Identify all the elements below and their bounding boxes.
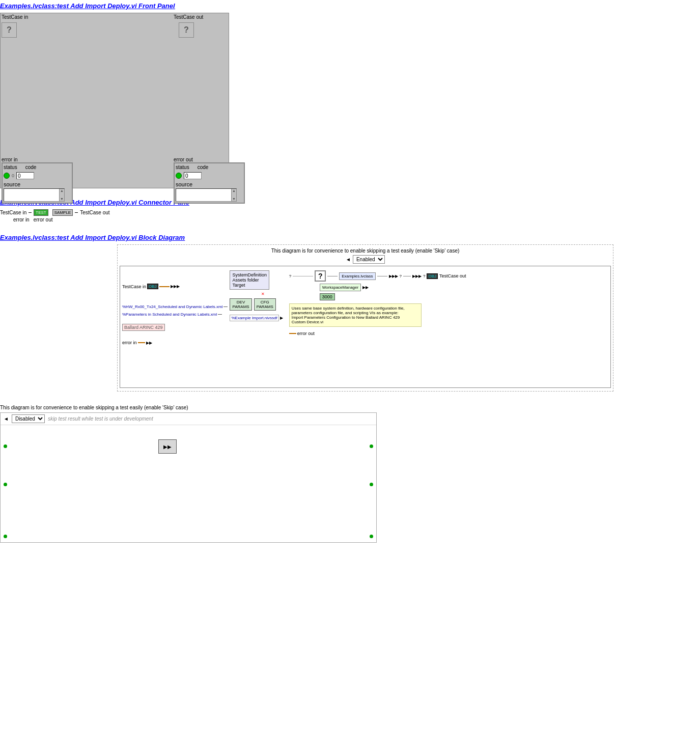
error-in-source-field: source ▲ ▼ xyxy=(3,180,72,203)
source-out-label: source xyxy=(176,181,243,187)
cp-testcase-in-label: TestCase in xyxy=(0,210,26,215)
block-diagram-title: Examples.lvclass:test Add Import Deploy.… xyxy=(0,234,700,241)
dev-params-sub: PARAMS xyxy=(232,304,249,309)
bd-testcase-out-label: TestCase out xyxy=(439,273,466,278)
ballard-label: Ballard ARINC 429 xyxy=(122,324,165,331)
error-out-code-field[interactable]: 0 xyxy=(184,172,202,179)
expanded-section: This diagram is for convenience to enabl… xyxy=(0,402,700,546)
testcase-out-icon: ? xyxy=(179,22,194,38)
front-panel-section: Examples.lvclass:test Add Import Deploy.… xyxy=(0,0,700,193)
exp-wire-v-left xyxy=(4,445,4,532)
block-diagram-link[interactable]: Examples.lvclass:test Add Import Deploy.… xyxy=(0,234,185,241)
bd-top-note: This diagram is for convenience to enabl… xyxy=(120,248,611,254)
question-mark-out: ? xyxy=(184,25,189,35)
front-panel-canvas: TestCase in TestCase out ? ? error in er… xyxy=(0,13,229,188)
wire-q2 xyxy=(327,276,338,276)
arrows-3: ▶▶▶ xyxy=(412,274,422,278)
connector-testcase-row: TestCase in TEST SAMPLE TestCase out xyxy=(0,209,700,216)
exp-wire-top-h xyxy=(1,445,376,447)
connector-pane-title: Examples.lvclass:test Add Import Deploy.… xyxy=(0,199,700,206)
bd-right-nodes: ? ? Examples.lvclass ▶▶▶ ? ▶▶▶ ? xyxy=(289,270,466,336)
exp-center-node: ▶▶ xyxy=(158,439,177,454)
error-in-label: error in xyxy=(2,157,18,162)
scroll-down-out[interactable]: ▼ xyxy=(232,197,236,201)
bd-error-out-row: error out xyxy=(289,331,466,336)
cfg-params-block: CFG PARAMS xyxy=(254,298,276,311)
comment-text: Uses same base system definition, hardwa… xyxy=(292,306,419,324)
front-panel-title: Examples.lvclass:test Add Import Deploy.… xyxy=(0,2,700,10)
cp-testcase-out-label: TestCase out xyxy=(80,210,109,215)
connector-pane-content: TestCase in TEST SAMPLE TestCase out err… xyxy=(0,209,700,222)
bd-outer: This diagram is for convenience to enabl… xyxy=(117,244,613,392)
exp-wire-v-right xyxy=(373,445,373,532)
wire-after-examples xyxy=(377,276,387,276)
cp-error-out-label: error out xyxy=(34,217,53,222)
status-col-label: status xyxy=(4,164,17,170)
exp-arrow-left: ◄ xyxy=(4,416,9,422)
workspace-mgr-node: WorkspaceManager xyxy=(320,284,361,291)
dev-params-label: DEV xyxy=(232,300,249,304)
green-dot-left-mid xyxy=(4,483,7,486)
error-in-num-prefix: 0 xyxy=(12,173,14,178)
question-mark-in: ? xyxy=(7,25,12,35)
wire-row-1: ✕ xyxy=(230,292,265,296)
error-in-arrows: ▶▶ xyxy=(146,341,152,345)
bd-enabled-row: ◄ Enabled xyxy=(120,255,611,264)
green-dot-left xyxy=(4,444,7,448)
error-in-scrollbar[interactable]: ▲ ▼ xyxy=(59,189,64,201)
error-in-header: status code xyxy=(3,163,72,171)
bd-enabled-arrow: ◄ xyxy=(346,257,351,262)
target-label: Target xyxy=(232,283,267,288)
dev-cfg-row: DEV PARAMS CFG PARAMS xyxy=(230,298,275,311)
connector-pane-section: Examples.lvclass:test Add Import Deploy.… xyxy=(0,193,700,229)
scroll-up-arrow[interactable]: ▲ xyxy=(60,189,64,193)
code-col-label: code xyxy=(25,164,37,170)
front-panel-link[interactable]: Examples.lvclass:test Add Import Deploy.… xyxy=(0,2,175,10)
error-out-header: status code xyxy=(175,163,244,171)
bd-obj-badge-in: OBJ xyxy=(147,284,158,289)
block-diagram-section: Examples.lvclass:test Add Import Deploy.… xyxy=(0,229,700,551)
params-label: %Parameters in Scheduled and Dynamic Lab… xyxy=(122,312,217,317)
error-in-wire xyxy=(138,342,145,343)
testcase-in-label: TestCase in xyxy=(2,14,28,20)
cp-error-in-label: error in xyxy=(13,217,30,222)
scroll-up-out[interactable]: ▲ xyxy=(232,189,236,193)
wire-testcase xyxy=(159,286,170,287)
ballard-label-row: Ballard ARINC 429 xyxy=(122,324,165,331)
cp-line1 xyxy=(29,212,32,213)
bd-left-inputs: TestCase in OBJ ▶▶▶ %HW_Rx00_Tx24_Schedu… xyxy=(122,284,228,345)
bd-enabled-select[interactable]: Enabled xyxy=(353,255,385,264)
bd-obj-badge-out: OBJ xyxy=(427,273,438,279)
exp-top-note: This diagram is for convenience to enabl… xyxy=(0,405,700,410)
question-node-1: ? xyxy=(315,270,326,282)
bd-testcase-in-label: TestCase in xyxy=(122,284,146,289)
arrow-right: ▶▶▶ xyxy=(171,284,180,289)
bd-error-in-label: error in xyxy=(122,340,137,345)
arrows-after-examples: ▶▶▶ xyxy=(389,274,398,278)
dashed-wire-1 xyxy=(230,294,260,294)
sys-def-label: SystemDefinition xyxy=(232,272,267,277)
error-out-scrollbar[interactable]: ▲ ▼ xyxy=(231,189,236,201)
scroll-down-arrow[interactable]: ▼ xyxy=(60,197,64,201)
error-in-code-field[interactable]: 0 xyxy=(16,172,34,179)
error-out-source-field: source ▲ ▼ xyxy=(175,180,244,203)
hw-label: %HW_Rx00_Tx24_Scheduled and Dynamic Labe… xyxy=(122,304,222,309)
q-mark-3: ? xyxy=(423,274,425,278)
exp-skip-label: skip test result while test is under dev… xyxy=(48,416,153,422)
error-in-source-box[interactable]: ▲ ▼ xyxy=(4,188,65,202)
workspace-mgr-label: WorkspaceManager xyxy=(322,285,358,290)
bd-testcase-input: TestCase in OBJ ▶▶▶ xyxy=(122,284,180,289)
exp-disabled-select[interactable]: Disabled xyxy=(12,414,45,423)
import-arrow: ▶ xyxy=(280,316,283,320)
params-label-row: %Parameters in Scheduled and Dynamic Lab… xyxy=(122,312,222,317)
code-out-col-label: code xyxy=(198,164,209,170)
error-out-source-box[interactable]: ▲ ▼ xyxy=(176,188,237,202)
green-dot-bottom-left xyxy=(4,535,7,538)
q-mark-2: ? xyxy=(400,274,402,278)
dev-params-block: DEV PARAMS xyxy=(230,298,251,311)
cp-line2 xyxy=(75,212,78,213)
error-out-cluster: status code 0 source ▲ ▼ xyxy=(174,162,245,204)
params-wire xyxy=(218,314,222,315)
exp-body: ▶▶ xyxy=(1,425,376,542)
error-out-wire xyxy=(289,333,296,334)
